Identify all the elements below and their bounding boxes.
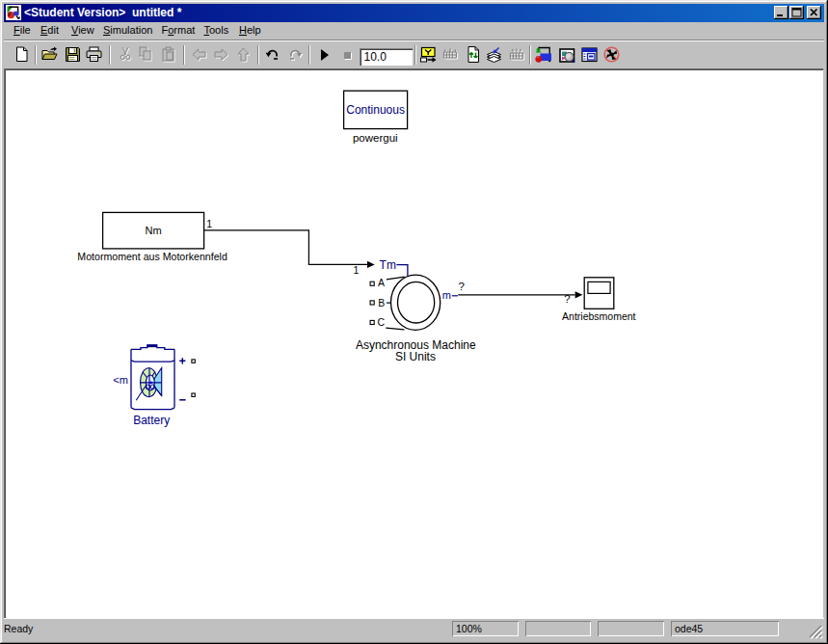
svg-text:<m: <m [113,374,128,386]
svg-text:SI Units: SI Units [395,350,436,363]
svg-text:m: m [442,289,451,301]
svg-text:Motormoment aus Motorkennfeld: Motormoment aus Motorkennfeld [77,251,227,262]
svg-text:?: ? [459,281,465,292]
svg-text:powergui: powergui [353,132,398,144]
svg-text:Battery: Battery [133,414,170,427]
svg-text:A: A [378,277,385,288]
svg-text:1: 1 [206,218,212,229]
svg-text:Tm: Tm [380,258,396,272]
svg-text:Continuous: Continuous [346,103,405,117]
svg-text:Antriebsmoment: Antriebsmoment [562,310,636,322]
svg-text:?: ? [564,293,570,305]
svg-text:B: B [378,297,385,309]
svg-text:Nm: Nm [145,225,161,236]
svg-text:C: C [378,316,386,328]
svg-text:1: 1 [354,264,360,276]
